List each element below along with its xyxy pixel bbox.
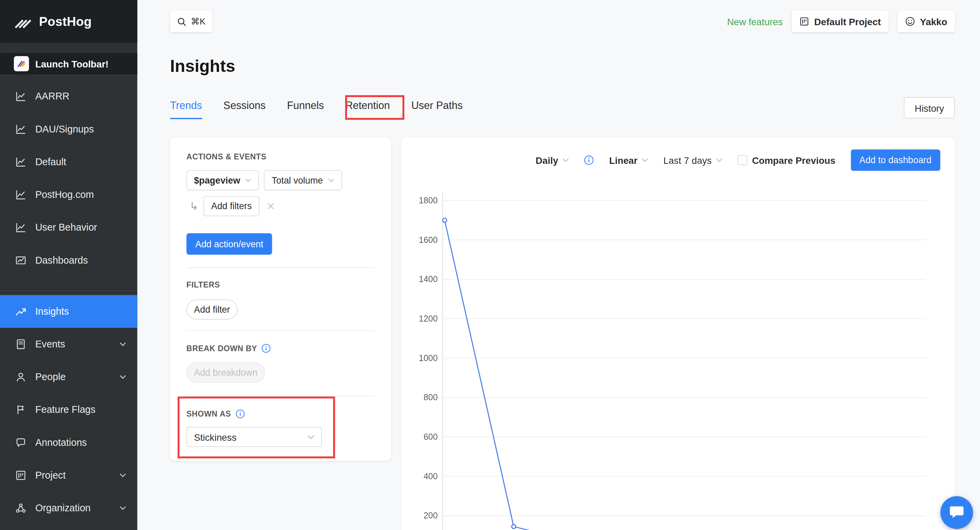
project-switcher-button[interactable]: Default Project <box>791 11 888 32</box>
svg-text:400: 400 <box>424 471 438 481</box>
sidebar-item-label: Insights <box>35 306 69 317</box>
sidebar-item-label: AARRR <box>35 91 69 102</box>
add-filter-button[interactable]: Add filter <box>186 299 237 319</box>
close-icon[interactable] <box>267 202 274 210</box>
line-chart-icon <box>15 222 26 233</box>
sidebar-item-label: DAU/Signups <box>35 124 94 135</box>
indent-arrow-icon: ↳ <box>189 200 198 213</box>
posthog-app: PostHog Launch Toolbar! AARRR DAU/Signup… <box>0 0 980 530</box>
project-icon <box>15 470 26 481</box>
tab-user-paths[interactable]: User Paths <box>411 99 463 119</box>
brand-name: PostHog <box>39 14 92 29</box>
breakdown-heading: BREAK DOWN BY <box>186 344 375 353</box>
tab-funnels[interactable]: Funnels <box>287 99 324 119</box>
launch-toolbar-button[interactable]: Launch Toolbar! <box>0 53 137 74</box>
sidebar-item-annotations[interactable]: Annotations <box>0 426 137 459</box>
search-icon <box>177 17 186 26</box>
user-menu-button[interactable]: Yakko <box>897 11 955 32</box>
shown-as-heading-label: SHOWN AS <box>186 409 231 418</box>
page-title: Insights <box>170 57 235 76</box>
query-panel: ACTIONS & EVENTS $pageview Total volume … <box>170 137 391 461</box>
svg-text:1000: 1000 <box>419 353 438 363</box>
search-shortcut: ⌘K <box>191 16 205 27</box>
sidebar-item-label: Dashboards <box>35 255 88 266</box>
message-icon <box>15 437 26 448</box>
sidebar-item-label: Project <box>35 470 66 481</box>
add-filters-label: Add filters <box>211 201 252 211</box>
svg-text:800: 800 <box>424 393 438 402</box>
add-breakdown-label: Add breakdown <box>194 367 258 378</box>
chevron-down-icon <box>120 342 126 346</box>
toolbar-logo-icon <box>14 56 29 71</box>
sidebar-item-events[interactable]: Events <box>0 328 137 360</box>
svg-text:1800: 1800 <box>419 196 438 205</box>
trending-up-icon <box>15 306 26 317</box>
shown-as-value: Stickiness <box>194 431 237 442</box>
chat-bubble-icon <box>948 504 965 521</box>
tab-sessions[interactable]: Sessions <box>224 99 266 119</box>
chevron-down-icon <box>120 506 126 510</box>
shown-as-select[interactable]: Stickiness <box>186 427 322 447</box>
svg-text:1400: 1400 <box>419 274 438 284</box>
sidebar-item-dashboards[interactable]: Dashboards <box>0 244 137 276</box>
chevron-down-icon <box>307 435 314 439</box>
sidebar-item-label: Annotations <box>35 437 87 448</box>
tab-retention[interactable]: Retention <box>345 99 390 119</box>
event-selector[interactable]: $pageview <box>186 170 259 190</box>
smiley-icon <box>905 16 915 27</box>
sidebar-item-project[interactable]: Project <box>0 459 137 492</box>
sidebar-dashboards-group: AARRR DAU/Signups Default PostHog.com Us… <box>0 80 137 276</box>
sidebar-item-label: People <box>35 371 66 383</box>
math-selector-value: Total volume <box>272 176 323 186</box>
project-name: Default Project <box>814 16 881 27</box>
add-breakdown-button[interactable]: Add breakdown <box>186 362 265 383</box>
flag-icon <box>15 404 26 415</box>
svg-text:200: 200 <box>424 511 438 520</box>
chevron-down-icon <box>120 473 126 477</box>
chat-launcher-button[interactable] <box>940 496 973 529</box>
filters-heading: FILTERS <box>186 281 375 289</box>
line-chart-icon <box>15 189 26 200</box>
sidebar-item-label: Feature Flags <box>35 404 95 415</box>
sidebar-item-feature-flags[interactable]: Feature Flags <box>0 393 137 426</box>
sidebar-item-people[interactable]: People <box>0 361 137 393</box>
line-chart-icon <box>15 124 26 135</box>
sidebar-item-insights[interactable]: Insights <box>0 295 137 328</box>
sidebar-item-posthog-com[interactable]: PostHog.com <box>0 179 137 211</box>
sidebar-item-aarrr[interactable]: AARRR <box>0 80 137 113</box>
tab-trends[interactable]: Trends <box>170 99 202 119</box>
actions-events-heading: ACTIONS & EVENTS <box>186 153 375 161</box>
info-icon[interactable] <box>235 409 245 418</box>
trend-line-chart: 18001600140012001000800600400200 <box>401 137 955 530</box>
line-chart-icon <box>15 156 26 168</box>
shown-as-heading: SHOWN AS <box>186 409 375 418</box>
search-input[interactable]: ⌘K <box>170 11 213 32</box>
sidebar-item-user-behavior[interactable]: User Behavior <box>0 211 137 244</box>
sidebar-item-dau-signups[interactable]: DAU/Signups <box>0 113 137 145</box>
sidebar: PostHog Launch Toolbar! AARRR DAU/Signup… <box>0 0 137 530</box>
chevron-down-icon <box>245 179 252 182</box>
history-button[interactable]: History <box>904 97 955 118</box>
event-selector-value: $pageview <box>194 176 240 186</box>
chevron-down-icon <box>328 179 334 182</box>
breakdown-heading-label: BREAK DOWN BY <box>186 344 257 353</box>
sidebar-item-label: PostHog.com <box>35 189 94 200</box>
add-filters-button[interactable]: Add filters <box>204 196 259 216</box>
sidebar-item-label: Events <box>35 338 65 350</box>
sidebar-item-default[interactable]: Default <box>0 146 137 179</box>
math-selector[interactable]: Total volume <box>264 170 342 190</box>
info-icon[interactable] <box>262 344 271 353</box>
sidebar-item-organization[interactable]: Organization <box>0 492 137 525</box>
events-list-icon <box>15 338 26 350</box>
svg-text:600: 600 <box>424 432 438 441</box>
posthog-logo-icon <box>14 14 33 29</box>
sidebar-item-label: Organization <box>35 503 91 514</box>
posthog-logo[interactable]: PostHog <box>0 0 137 43</box>
svg-text:1200: 1200 <box>419 314 438 323</box>
new-features-link[interactable]: New features <box>727 16 783 27</box>
user-name: Yakko <box>920 16 947 27</box>
organization-icon <box>15 503 26 514</box>
person-icon <box>15 371 26 383</box>
launch-toolbar-label: Launch Toolbar! <box>35 58 108 69</box>
add-action-event-button[interactable]: Add action/event <box>186 233 272 255</box>
